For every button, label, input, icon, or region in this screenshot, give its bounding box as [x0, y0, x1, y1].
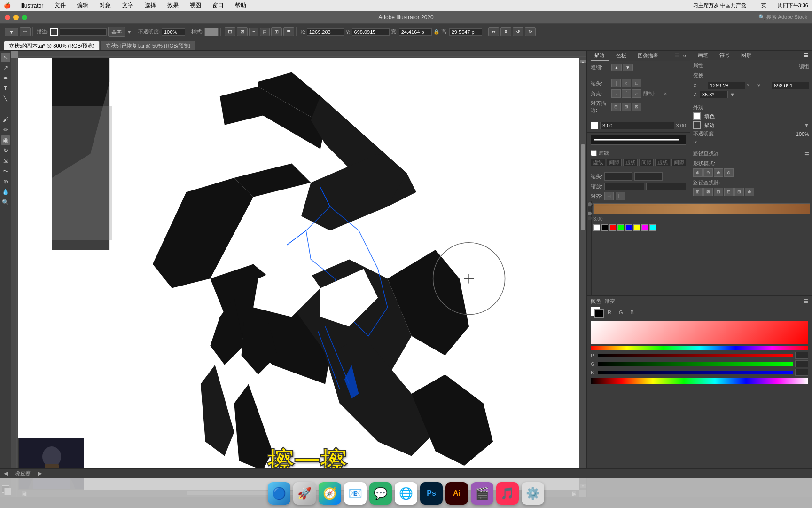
- eyedropper-tool[interactable]: 💧: [1, 187, 10, 197]
- brush-dot-3[interactable]: [588, 212, 592, 215]
- stroke-swatch[interactable]: [693, 121, 701, 129]
- merge-btn[interactable]: ⊡: [714, 188, 723, 196]
- fill-stroke-stack[interactable]: [591, 307, 605, 318]
- y-prop-input[interactable]: [772, 82, 809, 89]
- r-slider[interactable]: [598, 354, 793, 357]
- window-controls[interactable]: [5, 15, 27, 20]
- brush-dot-2[interactable]: [588, 207, 592, 211]
- align-btn-4[interactable]: ⌸: [260, 28, 270, 36]
- artwork-canvas[interactable]: 擦一擦: [18, 58, 579, 490]
- stroke-preview-swatch[interactable]: [591, 122, 598, 129]
- arrow-align-2[interactable]: ⊢: [616, 192, 625, 200]
- apple-menu[interactable]: 🍎: [4, 2, 11, 9]
- weight-up-btn[interactable]: ▲: [611, 64, 622, 71]
- align-btn-6[interactable]: ≣: [283, 27, 294, 36]
- align-btn-5[interactable]: ⊞: [271, 27, 282, 36]
- arrowhead-end[interactable]: [634, 172, 663, 181]
- tool-selector[interactable]: ▼: [5, 28, 18, 36]
- dashes-checkbox[interactable]: [591, 150, 597, 156]
- close-button[interactable]: [5, 15, 10, 20]
- cap-square[interactable]: □: [632, 79, 641, 87]
- fill-swatch[interactable]: [693, 112, 701, 120]
- trace-tab[interactable]: 图像描摹: [634, 51, 662, 60]
- arrow-align-1[interactable]: ⊣: [604, 192, 614, 200]
- dock-wechat[interactable]: 💬: [369, 482, 392, 505]
- y-input[interactable]: [352, 28, 390, 36]
- dock-launchpad[interactable]: 🚀: [293, 482, 316, 505]
- transform-btn-3[interactable]: ↺: [513, 27, 523, 36]
- menu-view[interactable]: 视图: [188, 1, 203, 9]
- select-tool[interactable]: ↖: [1, 53, 10, 62]
- b-slider[interactable]: [598, 371, 793, 374]
- angle-input[interactable]: [700, 91, 728, 98]
- dock-mail[interactable]: 📧: [344, 482, 367, 505]
- dash-3[interactable]: [655, 159, 670, 166]
- transform-btn-4[interactable]: ↻: [525, 27, 536, 36]
- zoom-tool[interactable]: 🔍: [1, 198, 10, 207]
- align-outside[interactable]: ⊠: [632, 103, 641, 111]
- scroll-left-status[interactable]: ◀: [4, 470, 8, 476]
- align-btn-3[interactable]: ≡: [249, 28, 258, 36]
- stroke-color-swatch[interactable]: [50, 28, 58, 36]
- swatch-black[interactable]: [601, 224, 608, 231]
- opacity-input[interactable]: [162, 28, 185, 36]
- dash-1[interactable]: [591, 159, 605, 166]
- color-menu-icon[interactable]: ☰: [804, 298, 808, 304]
- fx-btn[interactable]: fx: [693, 139, 697, 144]
- stroke-input[interactable]: [60, 28, 107, 36]
- tool-secondary[interactable]: ✏: [20, 27, 31, 36]
- menu-edit[interactable]: 编辑: [75, 1, 90, 9]
- rotate-tool[interactable]: ↻: [1, 146, 10, 155]
- gap-2[interactable]: [639, 159, 654, 166]
- menu-text[interactable]: 文字: [120, 1, 135, 9]
- type-tool[interactable]: T: [1, 84, 10, 93]
- style-swatch[interactable]: [204, 28, 219, 36]
- dock-music[interactable]: 🎵: [496, 482, 519, 505]
- menu-object[interactable]: 对象: [98, 1, 113, 9]
- align-center[interactable]: ⊟: [611, 103, 621, 111]
- stroke-dropdown[interactable]: ▼: [804, 122, 809, 128]
- width-input[interactable]: [399, 28, 432, 36]
- dock-safari[interactable]: 🧭: [319, 482, 341, 505]
- stroke-tab[interactable]: 描边: [591, 51, 609, 61]
- panel-menu-icon[interactable]: ☰: [675, 53, 679, 59]
- minus-back-btn[interactable]: ⊕: [745, 188, 754, 196]
- hue-slider[interactable]: [591, 346, 808, 350]
- align-btn-1[interactable]: ⊞: [225, 27, 235, 36]
- direct-select-tool[interactable]: ↗: [1, 63, 10, 72]
- g-value[interactable]: [795, 360, 808, 367]
- vertical-scrollbar[interactable]: ▲ ▼: [579, 58, 586, 490]
- intersect-btn[interactable]: ⊗: [714, 168, 723, 177]
- tab-1[interactable]: 立秋5的副本.ai* @ 800% (RGB/预览): [4, 41, 100, 50]
- pen-tool[interactable]: ✒: [1, 73, 10, 83]
- rect-tool[interactable]: □: [1, 104, 10, 114]
- b-value[interactable]: [795, 369, 808, 376]
- dock-ps[interactable]: Ps: [420, 482, 443, 505]
- scroll-up-btn[interactable]: ▲: [580, 60, 586, 64]
- align-inside[interactable]: ⊞: [622, 103, 631, 111]
- divide-btn[interactable]: ⊞: [693, 188, 703, 196]
- cap-flat[interactable]: |: [611, 79, 621, 87]
- menu-window[interactable]: 窗口: [211, 1, 226, 9]
- crop-btn[interactable]: ⊟: [724, 188, 734, 196]
- panel-collapse-icon[interactable]: ×: [683, 53, 686, 59]
- dock-system-prefs[interactable]: ⚙️: [522, 482, 544, 505]
- angle-dropdown[interactable]: ▼: [730, 92, 735, 97]
- height-input[interactable]: [449, 28, 482, 36]
- outline-btn[interactable]: ⊞: [734, 188, 744, 196]
- brush-dot-4[interactable]: [588, 216, 592, 220]
- minus-front-btn[interactable]: ⊖: [703, 168, 713, 177]
- search-adobe[interactable]: 🔍 搜索 Adobe Stock: [758, 14, 808, 21]
- gap-1[interactable]: [607, 159, 621, 166]
- corner-miter[interactable]: ⌟: [611, 89, 621, 98]
- r-value[interactable]: [795, 352, 808, 359]
- transform-btn-1[interactable]: ⇔: [488, 27, 499, 36]
- scale-start[interactable]: [604, 183, 644, 190]
- pencil-tool[interactable]: ✏: [1, 125, 10, 135]
- swatch-cyan[interactable]: [649, 224, 656, 231]
- color-picker-area[interactable]: [591, 321, 808, 344]
- scale-end[interactable]: [646, 183, 686, 190]
- scale-tool[interactable]: ⇲: [1, 156, 10, 166]
- warp-tool[interactable]: 〜: [1, 167, 10, 176]
- weight-down-btn[interactable]: ▼: [623, 64, 633, 71]
